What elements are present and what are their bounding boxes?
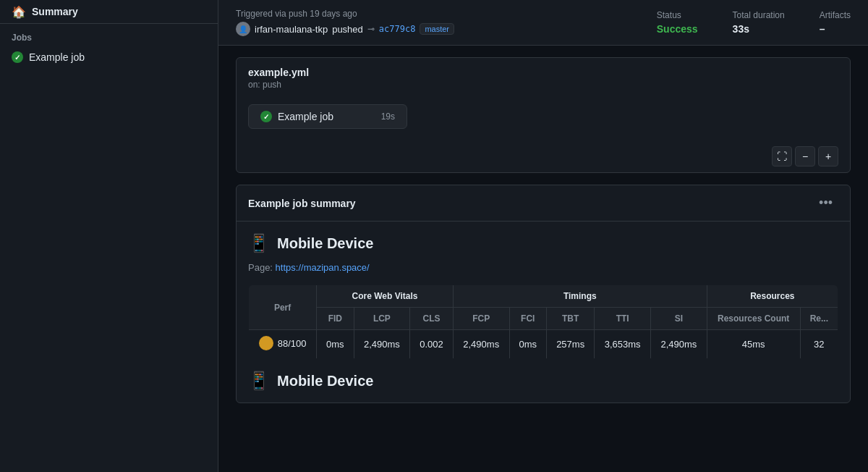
trigger-info: Triggered via push 19 days ago 👤 irfan-m… — [236, 9, 622, 36]
device-emoji-2: 📱 — [248, 371, 270, 391]
workflow-card-body: Example job 19s — [237, 93, 850, 140]
card-toolbar: ⛶ − + — [237, 140, 850, 172]
main-content: Triggered via push 19 days ago 👤 irfan-m… — [218, 0, 868, 472]
summary-card: Example job summary ••• 📱 Mobile Device … — [236, 185, 851, 403]
th-fid: FID — [317, 308, 354, 330]
metrics-table: Perf Core Web Vitals Timings Resources F… — [248, 285, 838, 359]
artifacts-label: Artifacts — [820, 10, 851, 20]
tti-cell: 3,653ms — [595, 330, 651, 359]
jobs-section-label: Jobs — [0, 24, 218, 47]
arrow-icon: ⊸ — [367, 24, 375, 34]
th-tbt: TBT — [546, 308, 594, 330]
workflow-card-header: example.yml on: push — [237, 58, 850, 93]
fci-cell: 0ms — [509, 330, 546, 359]
trigger-detail: 👤 irfan-maulana-tkp pushed ⊸ ac779c8 mas… — [236, 22, 622, 36]
page-url-link[interactable]: https://mazipan.space/ — [276, 262, 370, 273]
perf-score: 88/100 — [278, 338, 307, 349]
th-core-web-vitals: Core Web Vitals — [317, 285, 454, 308]
device-title-2: Mobile Device — [277, 373, 373, 389]
status-label: Status — [657, 10, 698, 20]
duration-value: 33s — [733, 23, 785, 35]
sidebar-header: 🏠 Summary — [0, 0, 218, 24]
device-title-1: Mobile Device — [277, 235, 373, 252]
th-timings: Timings — [453, 285, 707, 308]
home-icon: 🏠 — [12, 5, 26, 19]
page-url-row: Page: https://mazipan.space/ — [248, 262, 838, 273]
sidebar-job-name: Example job — [29, 51, 85, 63]
th-perf: Perf — [249, 285, 317, 330]
th-si: SI — [651, 308, 707, 330]
score-cell: 88/100 — [249, 330, 317, 359]
artifacts-stat: Artifacts – — [820, 10, 851, 35]
device-heading-1: 📱 Mobile Device — [248, 233, 838, 253]
trigger-action: pushed — [332, 24, 363, 35]
artifacts-value: – — [820, 23, 851, 35]
zoom-out-button[interactable]: − — [795, 146, 815, 167]
workflow-filename: example.yml — [248, 67, 838, 78]
job-pill-duration: 19s — [381, 111, 395, 122]
sidebar-title: Summary — [32, 6, 78, 17]
zoom-in-button[interactable]: + — [818, 146, 838, 167]
duration-label: Total duration — [733, 10, 785, 20]
th-fci: FCI — [509, 308, 546, 330]
device-heading-2: 📱 Mobile Device — [248, 371, 838, 391]
th-tti: TTI — [595, 308, 651, 330]
th-re: Re... — [800, 308, 838, 330]
branch-badge: master — [420, 23, 454, 35]
resources-count-cell: 45ms — [707, 330, 800, 359]
user-avatar: 👤 — [236, 22, 250, 36]
trigger-user: irfan-maulana-tkp — [255, 24, 328, 35]
th-cls: CLS — [410, 308, 454, 330]
workflow-card: example.yml on: push Example job 19s ⛶ −… — [236, 57, 851, 173]
cls-cell: 0.002 — [410, 330, 454, 359]
expand-button[interactable]: ⛶ — [772, 146, 792, 167]
table-row: 88/100 0ms 2,490ms 0.002 2,490ms 0ms 257… — [249, 330, 838, 359]
th-lcp: LCP — [354, 308, 410, 330]
status-stat: Status Success — [657, 10, 698, 35]
th-resources: Resources — [707, 285, 838, 308]
workflow-on: on: push — [248, 80, 838, 90]
fid-cell: 0ms — [317, 330, 354, 359]
th-resources-count: Resources Count — [707, 308, 800, 330]
summary-card-header: Example job summary ••• — [237, 185, 850, 222]
status-value: Success — [657, 23, 698, 35]
device-emoji-1: 📱 — [248, 233, 270, 253]
duration-stat: Total duration 33s — [733, 10, 785, 35]
trigger-label: Triggered via push 19 days ago — [236, 9, 622, 19]
th-fcp: FCP — [453, 308, 509, 330]
job-pill-left: Example job — [260, 111, 333, 122]
more-options-button[interactable]: ••• — [813, 194, 838, 212]
score-circle — [259, 336, 273, 350]
commit-hash[interactable]: ac779c8 — [379, 24, 416, 34]
sidebar: 🏠 Summary Jobs Example job — [0, 0, 218, 472]
lcp-cell: 2,490ms — [354, 330, 410, 359]
fcp-cell: 2,490ms — [453, 330, 509, 359]
job-success-icon — [12, 51, 23, 63]
re-cell: 32 — [800, 330, 838, 359]
summary-body: 📱 Mobile Device Page: https://mazipan.sp… — [237, 222, 850, 403]
page-label: Page: — [248, 262, 273, 273]
topbar: Triggered via push 19 days ago 👤 irfan-m… — [218, 0, 868, 46]
si-cell: 2,490ms — [651, 330, 707, 359]
example-job-pill[interactable]: Example job 19s — [248, 104, 407, 129]
content-area: example.yml on: push Example job 19s ⛶ −… — [218, 46, 868, 426]
sidebar-item-example-job[interactable]: Example job — [0, 47, 218, 67]
job-pill-success-icon — [260, 111, 272, 122]
summary-card-title: Example job summary — [248, 198, 356, 209]
job-pill-name: Example job — [278, 111, 333, 122]
tbt-cell: 257ms — [546, 330, 594, 359]
